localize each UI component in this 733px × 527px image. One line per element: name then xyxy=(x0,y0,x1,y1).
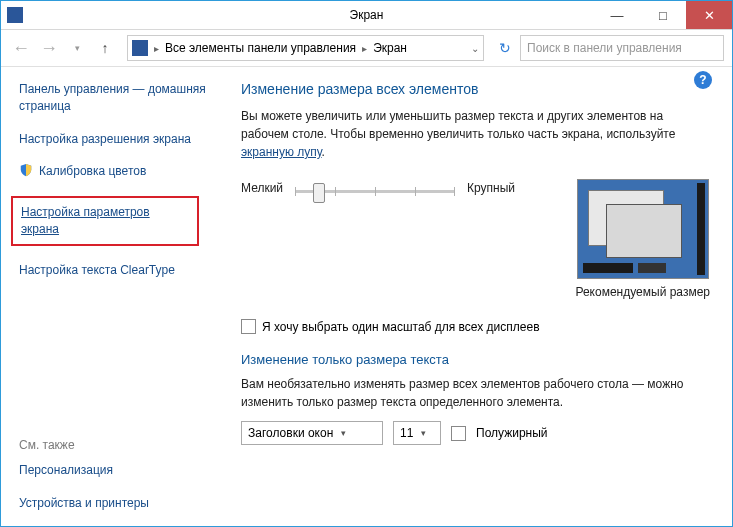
refresh-button[interactable]: ↻ xyxy=(494,36,516,60)
sidebar-item-label: Калибровка цветов xyxy=(39,163,146,180)
sidebar-resolution-link[interactable]: Настройка разрешения экрана xyxy=(19,131,207,148)
sidebar-item-label: Настройка параметров экрана xyxy=(21,205,150,236)
checkbox-label: Я хочу выбрать один масштаб для всех дис… xyxy=(262,320,540,334)
main-content: ? Изменение размера всех элементов Вы мо… xyxy=(211,67,732,526)
control-panel-icon xyxy=(132,40,148,56)
size-dropdown[interactable]: 11 ▾ xyxy=(393,421,441,445)
breadcrumb-dropdown[interactable]: ⌄ xyxy=(471,43,479,54)
bold-checkbox[interactable] xyxy=(451,426,466,441)
chevron-right-icon: ▸ xyxy=(362,43,367,54)
heading-resize-all: Изменение размера всех элементов xyxy=(241,81,710,97)
description-text: Вы можете увеличить или уменьшить размер… xyxy=(241,107,710,161)
window-title: Экран xyxy=(350,8,384,22)
sidebar-devices-link[interactable]: Устройства и принтеры xyxy=(19,495,149,512)
breadcrumb-item[interactable]: Все элементы панели управления xyxy=(165,41,356,55)
sidebar-calibration-link[interactable]: Калибровка цветов xyxy=(19,163,207,180)
up-button[interactable]: ↑ xyxy=(93,36,117,60)
size-slider[interactable] xyxy=(295,181,455,201)
search-input[interactable]: Поиск в панели управления xyxy=(520,35,724,61)
titlebar: Экран — □ ✕ xyxy=(1,1,732,30)
chevron-down-icon: ▾ xyxy=(341,428,346,438)
history-dropdown[interactable]: ▾ xyxy=(65,36,89,60)
chevron-down-icon: ▾ xyxy=(421,428,426,438)
see-also-title: См. также xyxy=(19,438,149,452)
sidebar-personalization-link[interactable]: Персонализация xyxy=(19,462,149,479)
single-scale-checkbox[interactable] xyxy=(241,319,256,334)
magnifier-link[interactable]: экранную лупу xyxy=(241,145,322,159)
app-icon xyxy=(7,7,23,23)
minimize-button[interactable]: — xyxy=(594,1,640,29)
sidebar: Панель управления — домашняя страница На… xyxy=(1,67,211,526)
shield-icon xyxy=(19,163,33,177)
heading-text-only: Изменение только размера текста xyxy=(241,352,710,367)
slider-label-small: Мелкий xyxy=(241,179,283,195)
dropdown-value: Заголовки окон xyxy=(248,426,333,440)
back-button[interactable]: ← xyxy=(9,36,33,60)
sidebar-home-link[interactable]: Панель управления — домашняя страница xyxy=(19,81,207,115)
see-also-section: См. также Персонализация Устройства и пр… xyxy=(19,438,149,512)
preview-image xyxy=(577,179,709,279)
maximize-button[interactable]: □ xyxy=(640,1,686,29)
close-button[interactable]: ✕ xyxy=(686,1,732,29)
chevron-right-icon: ▸ xyxy=(154,43,159,54)
recommended-label: Рекомендуемый размер xyxy=(575,285,710,299)
breadcrumb-item[interactable]: Экран xyxy=(373,41,407,55)
breadcrumb[interactable]: ▸ Все элементы панели управления ▸ Экран… xyxy=(127,35,484,61)
element-dropdown[interactable]: Заголовки окон ▾ xyxy=(241,421,383,445)
sidebar-cleartype-link[interactable]: Настройка текста ClearType xyxy=(19,262,207,279)
slider-thumb[interactable] xyxy=(313,183,325,203)
forward-button[interactable]: → xyxy=(37,36,61,60)
navbar: ← → ▾ ↑ ▸ Все элементы панели управления… xyxy=(1,30,732,67)
help-icon[interactable]: ? xyxy=(694,71,712,89)
dropdown-value: 11 xyxy=(400,426,413,440)
desc-text: Вы можете увеличить или уменьшить размер… xyxy=(241,109,675,141)
sidebar-params-link[interactable]: Настройка параметров экрана xyxy=(11,196,199,246)
description-text-2: Вам необязательно изменять размер всех э… xyxy=(241,375,710,411)
bold-label: Полужирный xyxy=(476,426,548,440)
slider-label-large: Крупный xyxy=(467,179,515,195)
